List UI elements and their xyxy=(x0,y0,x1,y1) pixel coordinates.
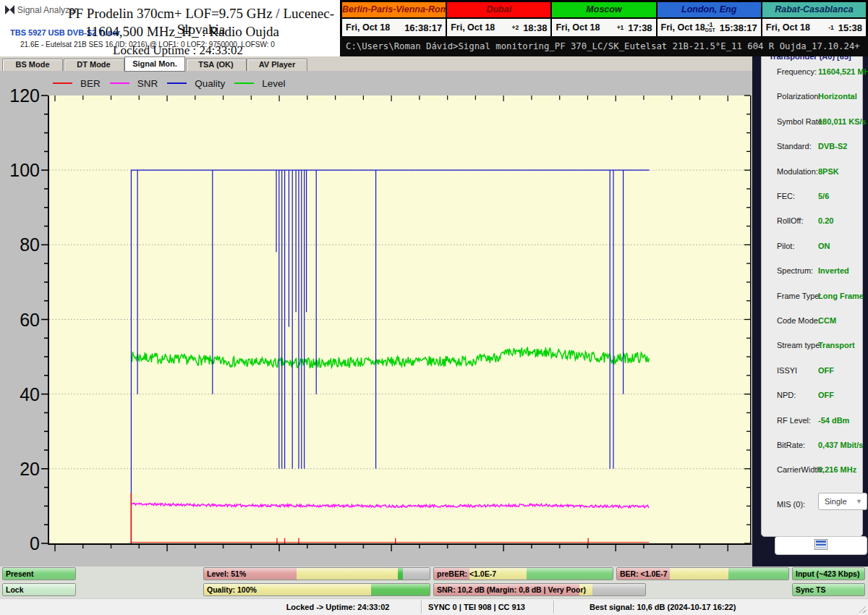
svg-text:100: 100 xyxy=(9,160,40,180)
save-button[interactable] xyxy=(775,536,867,555)
clock-time-cell: Fri, Oct 18-1DST15:38:17 xyxy=(658,19,761,36)
clock-utc-offset: -1 xyxy=(828,25,834,30)
save-icon xyxy=(814,539,827,553)
clock-utc-offset: +2 xyxy=(511,25,519,30)
clock-time: 17:38 xyxy=(628,22,652,33)
meter-present: Present xyxy=(2,567,76,580)
svg-text:40: 40 xyxy=(20,384,40,404)
transponder-row-value: -54 dBm xyxy=(818,416,849,425)
status-bar: Locked -> Uptime: 24:33:02 SYNC 0 | TEI … xyxy=(0,598,868,615)
mis-value: Single xyxy=(825,497,847,506)
meter-label: Sync TS xyxy=(796,584,825,595)
transponder-row-label: Spectrum: xyxy=(777,266,813,275)
meter-quality: Quality: 100% xyxy=(203,583,430,596)
legend-label: BER xyxy=(80,78,101,89)
transponder-row-label: Stream type: xyxy=(777,341,822,349)
chevron-down-icon: ▼ xyxy=(856,498,862,505)
tab-tsa-ok-[interactable]: TSA (OK) xyxy=(186,59,247,72)
transponder-row-label: RollOff: xyxy=(777,216,803,225)
clock-time: 15:38:17 xyxy=(720,22,757,33)
signal-meters: PresentLevel: 51%preBER: <1.0E-7BER: <1.… xyxy=(0,567,868,598)
app-icon xyxy=(4,4,15,18)
meter-level: Level: 51% xyxy=(203,567,430,580)
status-uptime: Locked -> Uptime: 24:33:02 xyxy=(255,599,421,615)
transponder-row-value: OFF xyxy=(818,366,834,375)
clock-utc-offset: -1DST xyxy=(705,22,715,33)
transponder-row-label: Polarization: xyxy=(777,92,821,101)
meter-label: Present xyxy=(6,568,34,580)
clock-date: Fri, Oct 18 xyxy=(766,22,810,33)
transponder-row-value: 5/6 xyxy=(818,192,829,200)
legend-swatch xyxy=(53,82,72,84)
transponder-row-label: NPD: xyxy=(777,391,796,399)
svg-text:80: 80 xyxy=(20,234,40,255)
transponder-row-label: CarrierWidth: xyxy=(777,465,824,474)
legend-label: Level xyxy=(262,78,285,89)
transponder-row-value: 0,437 Mbit/s xyxy=(818,441,863,449)
svg-text:0: 0 xyxy=(30,533,40,554)
svg-text:20: 20 xyxy=(20,459,40,479)
statusbar-divider xyxy=(553,601,554,614)
meter-input: Input (~423 Kbps) xyxy=(792,567,865,580)
frequency-title: 11604,500 MHz_H_ : Radio Oujda xyxy=(85,24,279,40)
signal-chart-area: BERSNRQualityLevel 020406080100120 xyxy=(0,71,752,567)
clock-date: Fri, Oct 18 xyxy=(661,22,705,33)
transponder-row-value: 180,011 KS/s xyxy=(818,117,867,126)
meter-label: BER: <1.0E-7 xyxy=(620,568,668,580)
legend-swatch xyxy=(110,82,129,84)
meter-label: Level: 51% xyxy=(207,568,246,580)
svg-text:60: 60 xyxy=(20,310,40,330)
mis-dropdown[interactable]: Single ▼ xyxy=(818,493,867,510)
transponder-groupbox: Transponder (A0) [65] Frequency:11604,52… xyxy=(761,56,863,537)
legend-label: Quality xyxy=(195,78,225,89)
transponder-row-label: Frame Type: xyxy=(777,292,822,300)
signal-chart: 020406080100120 xyxy=(0,71,752,567)
clock-date: Fri, Oct 18 xyxy=(556,22,600,33)
locked-uptime-title: Locked Uptime : 24:33:02 xyxy=(93,43,263,58)
clock-time: 15:38 xyxy=(838,22,862,33)
transponder-row-value: Horizontal xyxy=(818,92,857,101)
app-header: Signal Analyzer PF Prodelin 370cm+ LOF=9… xyxy=(0,0,340,56)
transponder-row-value: DVB-S2 xyxy=(818,142,847,150)
legend-item-snr: SNR xyxy=(110,78,158,89)
world-clocks: Berlin-Paris-Vienna-RomaDubaiMoscowLondo… xyxy=(340,0,868,36)
meter-preber: preBER: <1.0E-7 xyxy=(433,567,613,580)
transponder-row-label: ISSYI xyxy=(777,366,797,375)
tab-bar: BS ModeDT ModeSignal Mon.TSA (OK)AV Play… xyxy=(0,56,752,71)
transponder-row-value: 0.20 xyxy=(818,216,833,225)
clock-city: London, Eng xyxy=(658,2,761,17)
statusbar-divider xyxy=(421,601,422,614)
terminal-window[interactable]: C:\Users\Roman Dávid>Signal monitoring_P… xyxy=(340,36,868,56)
transponder-row-value: ON xyxy=(818,242,830,250)
clock-time: 16:38:17 xyxy=(404,22,442,33)
tab-av-player[interactable]: AV Player xyxy=(247,59,307,72)
tab-signal-mon-[interactable]: Signal Mon. xyxy=(124,56,185,72)
transponder-row-value: Inverted xyxy=(818,266,849,275)
legend-item-ber: BER xyxy=(53,78,101,89)
clock-city: Moscow xyxy=(552,2,655,17)
transponder-row-value: CCM xyxy=(818,316,836,325)
transponder-row-value: OFF xyxy=(818,391,834,399)
meter-syncts: Sync TS xyxy=(792,583,865,596)
transponder-row-label: Pilot: xyxy=(777,242,794,250)
transponder-row-value: 8PSK xyxy=(818,167,839,176)
clock-date: Fri, Oct 18 xyxy=(346,22,390,33)
tab-bs-mode[interactable]: BS Mode xyxy=(2,59,63,72)
tab-dt-mode[interactable]: DT Mode xyxy=(64,59,124,72)
legend-item-quality: Quality xyxy=(167,78,225,89)
resize-grip[interactable] xyxy=(857,604,866,613)
transponder-row-label: RF Level: xyxy=(777,416,811,425)
transponder-row-label: Frequency: xyxy=(777,67,817,76)
clock-utc-offset: +1 xyxy=(617,25,624,30)
transponder-panel: Transponder (A0) [65] Frequency:11604,52… xyxy=(752,56,868,567)
transponder-row-label: FEC: xyxy=(777,192,795,200)
transponder-row-value: Long Frame xyxy=(818,292,864,300)
meter-lock: Lock xyxy=(2,583,76,596)
transponder-row-value: 11604,521 MHz xyxy=(818,67,868,76)
transponder-row-label: BitRate: xyxy=(777,441,805,449)
meter-snr: SNR: 10,2 dB (Margin: 0,8 dB | Very Poor… xyxy=(433,583,646,596)
clock-time-cell: Fri, Oct 18-115:38 xyxy=(762,19,866,36)
transponder-row-label: Modulation: xyxy=(777,167,818,176)
clock-time-cell: Fri, Oct 18+218:38 xyxy=(447,19,550,36)
meter-label: Lock xyxy=(6,584,24,595)
